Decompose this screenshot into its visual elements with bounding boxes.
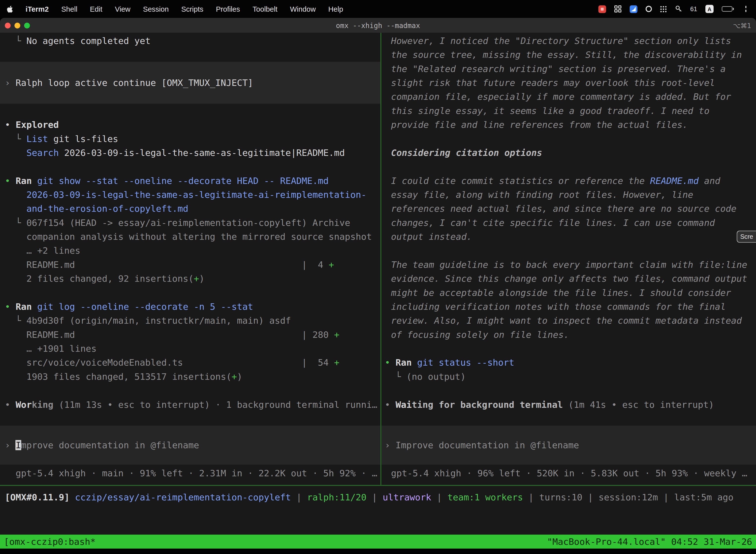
screen-share-overlay-button[interactable]: Scre bbox=[737, 231, 756, 243]
text-run: • bbox=[5, 400, 16, 410]
text-run: › bbox=[5, 78, 16, 88]
text-run: • bbox=[5, 301, 16, 312]
explored-list-line: └ List git ls-files bbox=[0, 132, 380, 146]
apple-menu-icon[interactable] bbox=[7, 4, 13, 13]
text-run: king bbox=[32, 400, 53, 410]
thinking-paragraph: The team guideline is to back every impo… bbox=[381, 258, 756, 341]
blank-line bbox=[381, 244, 756, 258]
text-run: ) bbox=[199, 274, 205, 284]
input-source-icon[interactable]: A bbox=[705, 5, 713, 13]
text-run: git ls-files bbox=[48, 133, 118, 144]
menu-item-window[interactable]: Window bbox=[290, 5, 316, 13]
control-center-icon[interactable] bbox=[742, 6, 749, 12]
traffic-lights bbox=[5, 22, 30, 28]
explored-search-line: Search 2026-03-09-is-legal-the-same-as-l… bbox=[0, 146, 380, 160]
ring-app-icon[interactable] bbox=[645, 6, 651, 12]
blank-line bbox=[0, 48, 380, 62]
text-run: └ bbox=[5, 133, 26, 144]
text-run: (1m 41s • esc to interrupt) bbox=[563, 400, 714, 410]
blank-line bbox=[0, 411, 380, 426]
text-run: … +1901 lines bbox=[5, 343, 97, 354]
text-run: + bbox=[334, 357, 339, 368]
menu-item-toolbelt[interactable]: Toolbelt bbox=[252, 5, 277, 13]
menu-item-shell[interactable]: Shell bbox=[61, 5, 77, 13]
text-run: + bbox=[329, 260, 334, 270]
text-run: | bbox=[582, 492, 598, 502]
blank-line bbox=[381, 384, 756, 397]
text-run bbox=[5, 148, 26, 158]
blank-line bbox=[381, 341, 756, 355]
window-titlebar: omx --xhigh --madmax ⌥⌘1 bbox=[0, 18, 756, 33]
zoom-window-button[interactable] bbox=[24, 22, 30, 28]
thinking-paragraph: However, I noticed the "Directory Struct… bbox=[381, 34, 756, 132]
text-run: README.md | 280 bbox=[5, 330, 334, 340]
screen-recording-stop-icon[interactable] bbox=[598, 5, 606, 13]
text-run: └ 067f154 (HEAD -> essay/ai-reimplementa… bbox=[5, 218, 350, 228]
prompt-input-right[interactable]: › Improve documentation in @filename bbox=[381, 426, 756, 465]
close-window-button[interactable] bbox=[5, 22, 10, 28]
menu-item-iterm2[interactable]: iTerm2 bbox=[25, 5, 49, 13]
text-run: (11m 13s • esc to interrupt) · 1 backgro… bbox=[53, 400, 377, 410]
blank-line bbox=[381, 411, 756, 426]
text-run: └ (no output) bbox=[385, 372, 465, 382]
thinking-heading: Considering citation options bbox=[381, 146, 756, 160]
blank-line bbox=[381, 132, 756, 146]
blank-line bbox=[0, 104, 380, 118]
menu-item-scripts[interactable]: Scripts bbox=[181, 5, 203, 13]
text-run: README.md | 4 bbox=[5, 260, 329, 270]
text-run: Considering citation options bbox=[391, 148, 542, 158]
menu-item-help[interactable]: Help bbox=[328, 5, 343, 13]
text-run: + bbox=[232, 372, 237, 382]
menu-bar: iTerm2 Shell Edit View Session Scripts P… bbox=[0, 0, 756, 18]
minimize-window-button[interactable] bbox=[14, 22, 20, 28]
text-run: • bbox=[5, 176, 16, 186]
text-run: • bbox=[385, 400, 396, 410]
terminal-line: companion analysis without altering the … bbox=[0, 230, 380, 243]
text-run: Explored bbox=[16, 120, 59, 130]
text-run: Ran bbox=[16, 176, 32, 186]
text-run: • bbox=[385, 357, 396, 368]
text-run: + bbox=[334, 330, 339, 340]
battery-icon[interactable] bbox=[722, 4, 734, 13]
menu-item-session[interactable]: Session bbox=[143, 5, 169, 13]
diffstat-line: src/voice/voiceModeEnabled.ts | 54 + bbox=[0, 356, 380, 370]
prompt-input-left[interactable]: › Improve documentation in @filename bbox=[0, 426, 380, 465]
text-run: List bbox=[26, 133, 48, 144]
key-icon[interactable] bbox=[675, 4, 682, 13]
ralph-loop-banner: › Ralph loop active continue [OMX_TMUX_I… bbox=[0, 62, 380, 104]
app-grid-icon[interactable] bbox=[614, 4, 621, 13]
prompt-input-left-text: › Improve documentation in @filename bbox=[0, 438, 380, 452]
terminal-line: … +2 lines bbox=[0, 244, 380, 258]
text-run: last:5m ago bbox=[674, 492, 734, 502]
ralph-loop-banner-text: › Ralph loop active continue [OMX_TMUX_I… bbox=[0, 76, 380, 90]
text-run: … +2 lines bbox=[5, 245, 80, 256]
swift-app-icon[interactable] bbox=[630, 5, 637, 13]
blank-line bbox=[0, 384, 380, 397]
ran-git-show-header: • Ran git show --stat --oneline --decora… bbox=[0, 174, 380, 188]
diffstat-line: README.md | 4 + bbox=[0, 258, 380, 272]
text-run: companion analysis without altering the … bbox=[5, 232, 372, 242]
explored-header: • Explored bbox=[0, 118, 380, 131]
battery-percent-label[interactable]: 61 bbox=[690, 4, 697, 13]
menu-item-profiles[interactable]: Profiles bbox=[216, 5, 240, 13]
menu-item-view[interactable]: View bbox=[115, 5, 130, 13]
text-run: gpt-5.4 xhigh · main · 91% left · 2.31M … bbox=[5, 468, 377, 478]
text-run: Ran bbox=[396, 357, 412, 368]
text-run: turns:10 bbox=[539, 492, 582, 502]
text-run: | bbox=[291, 492, 307, 502]
text-run: git show --stat --oneline --decorate HEA… bbox=[32, 176, 329, 186]
pane-left: └ No agents completed yet › Ralph loop a… bbox=[0, 33, 381, 485]
dots-grid-icon[interactable] bbox=[660, 4, 667, 13]
working-status-line: • Working (11m 13s • esc to interrupt) ·… bbox=[0, 398, 380, 411]
menu-item-edit[interactable]: Edit bbox=[90, 5, 102, 13]
text-run: › bbox=[5, 440, 16, 450]
text-run: | bbox=[658, 492, 674, 502]
blank-line bbox=[0, 160, 380, 173]
text-run: mprove documentation in @filename bbox=[21, 440, 199, 450]
text-run: | bbox=[366, 492, 382, 502]
text-run: README.md bbox=[650, 176, 699, 186]
tmux-session-label[interactable]: [omx-cczip0:bash* bbox=[4, 535, 96, 549]
prompt-input-right-text: › Improve documentation in @filename bbox=[381, 438, 756, 452]
menu-bar-left: iTerm2 Shell Edit View Session Scripts P… bbox=[7, 4, 343, 13]
model-status-line-right: gpt-5.4 xhigh · 96% left · 520K in · 5.8… bbox=[381, 466, 756, 480]
